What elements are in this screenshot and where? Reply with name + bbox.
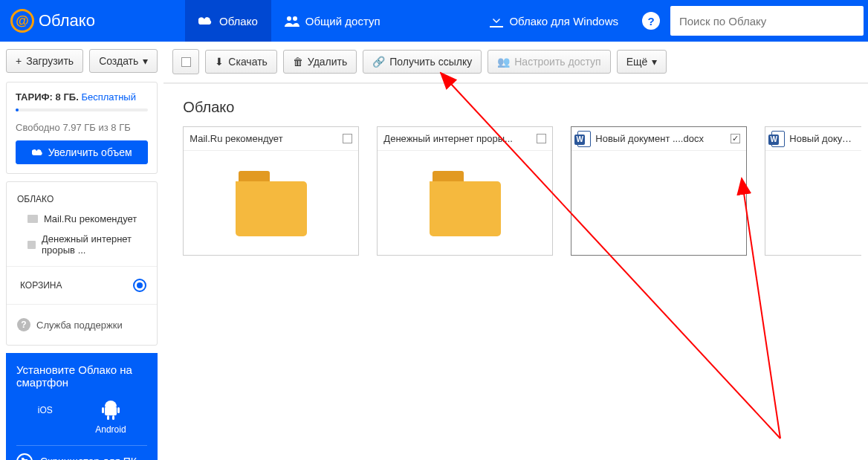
tariff-size: 8 ГБ.: [56, 91, 79, 103]
file-grid: Mail.Ru рекомендует Денежный интернет пр…: [163, 126, 868, 256]
people-icon: [285, 15, 299, 27]
word-file-icon: [577, 131, 591, 147]
sidebar-folder-item[interactable]: Mail.Ru рекомендует: [14, 209, 149, 229]
folder-icon: [430, 171, 501, 236]
section-cloud-label: ОБЛАКО: [14, 194, 149, 204]
storage-free-text: Свободно 7.97 ГБ из 8 ГБ: [16, 122, 148, 133]
svg-rect-8: [112, 415, 114, 420]
support-label: Служба поддержки: [36, 320, 123, 331]
upload-label: Загрузить: [26, 55, 74, 67]
promo-ios[interactable]: iOS: [38, 401, 53, 435]
cloud-icon: [32, 148, 44, 157]
word-file-icon: [771, 131, 785, 147]
mailru-at-icon: @: [10, 9, 34, 33]
sidebar: + Загрузить Создать ▾ ТАРИФ: 8 ГБ. Беспл…: [0, 42, 163, 460]
promo-android[interactable]: Android: [95, 401, 126, 435]
logo[interactable]: @ Облако: [0, 9, 185, 33]
promo-title: Установите Облако на смартфон: [16, 363, 147, 389]
folder-icon: [27, 215, 38, 223]
delete-label: Удалить: [308, 56, 347, 68]
create-button[interactable]: Создать ▾: [89, 49, 158, 73]
breadcrumb[interactable]: Облако: [163, 83, 868, 126]
nav-download-label: Облако для Windows: [509, 15, 618, 27]
svg-rect-5: [102, 407, 104, 413]
download-icon: [490, 14, 503, 27]
upload-button[interactable]: + Загрузить: [6, 49, 83, 73]
file-card-folder[interactable]: Mail.Ru рекомендует: [183, 126, 359, 256]
android-icon: [102, 401, 120, 420]
cloud-icon: [198, 16, 213, 26]
download-button[interactable]: ⬇ Скачать: [205, 50, 277, 74]
main-area: ⬇ Скачать 🗑 Удалить 🔗 Получить ссылку 👥 …: [163, 42, 868, 460]
tariff-plan-link[interactable]: Бесплатный: [81, 91, 136, 103]
download-label: Скачать: [228, 56, 268, 68]
help-icon: ?: [17, 318, 30, 331]
help-button[interactable]: ?: [642, 12, 660, 30]
camera-icon: [16, 453, 33, 460]
share-access-button[interactable]: 👥 Настроить доступ: [488, 50, 610, 74]
logo-text: Облако: [39, 11, 95, 30]
promo-android-label: Android: [95, 424, 126, 435]
nav-tab-label: Облако: [219, 15, 258, 27]
caret-down-icon: ▾: [143, 55, 148, 67]
svg-rect-7: [107, 415, 109, 420]
nav-tab-shared[interactable]: Общий доступ: [271, 0, 394, 42]
plus-icon: +: [16, 55, 22, 67]
svg-point-0: [287, 16, 291, 21]
file-checkbox[interactable]: [537, 134, 546, 143]
header-bar: @ Облако Облако Общий доступ Облако для …: [0, 0, 868, 42]
file-card-document[interactable]: Новый докумен: [765, 126, 861, 256]
getlink-label: Получить ссылку: [389, 56, 472, 68]
folder-icon: [236, 171, 307, 236]
svg-point-1: [293, 16, 297, 21]
section-trash-label[interactable]: КОРЗИНА: [17, 280, 62, 291]
more-label: Ещё: [626, 56, 648, 68]
file-title: Mail.Ru рекомендует: [190, 133, 338, 144]
nav-tab-cloud[interactable]: Облако: [185, 0, 271, 42]
file-title: Новый документ ....docx: [595, 133, 726, 144]
download-icon: ⬇: [215, 56, 224, 68]
tariff-label: ТАРИФ:: [16, 91, 53, 103]
file-title: Денежный интернет проры...: [383, 133, 532, 144]
search-input[interactable]: [670, 6, 864, 36]
main-toolbar: ⬇ Скачать 🗑 Удалить 🔗 Получить ссылку 👥 …: [163, 42, 868, 82]
share-label: Настроить доступ: [514, 56, 600, 68]
mobile-promo-panel: Установите Облако на смартфон iOS Androi…: [6, 353, 158, 460]
people-icon: 👥: [497, 56, 510, 68]
file-title: Новый докумен: [789, 133, 855, 144]
file-checkbox[interactable]: [343, 134, 352, 143]
svg-rect-2: [105, 406, 117, 415]
file-card-document[interactable]: Новый документ ....docx: [571, 126, 747, 256]
svg-point-9: [17, 454, 32, 460]
folder-icon: [27, 241, 36, 249]
delete-button[interactable]: 🗑 Удалить: [283, 50, 357, 74]
expand-storage-button[interactable]: Увеличить объем: [16, 140, 148, 164]
tariff-panel: ТАРИФ: 8 ГБ. Бесплатный Свободно 7.97 ГБ…: [6, 82, 158, 174]
promo-ios-label: iOS: [38, 405, 53, 415]
nav-tab-label: Общий доступ: [305, 15, 380, 27]
select-all-checkbox[interactable]: [172, 49, 199, 74]
link-icon: 🔗: [372, 56, 385, 68]
promo-screenshot-tool[interactable]: Скриншотер для ПК: [16, 453, 147, 460]
caret-down-icon: ▾: [652, 56, 657, 68]
tree-label: Денежный интернет прорыв ...: [42, 233, 149, 256]
tree-label: Mail.Ru рекомендует: [44, 213, 137, 224]
trash-icon: 🗑: [293, 56, 303, 68]
file-card-folder[interactable]: Денежный интернет проры...: [377, 126, 553, 256]
promo-footer-label: Скриншотер для ПК: [40, 456, 137, 460]
create-label: Создать: [99, 55, 138, 67]
get-link-button[interactable]: 🔗 Получить ссылку: [363, 50, 482, 74]
expand-storage-label: Увеличить объем: [48, 146, 132, 158]
svg-rect-6: [117, 407, 120, 413]
radio-selected-icon[interactable]: [133, 279, 146, 292]
more-button[interactable]: Ещё ▾: [617, 50, 667, 74]
file-checkbox[interactable]: [731, 134, 740, 143]
sidebar-folder-item[interactable]: Денежный интернет прорыв ...: [14, 229, 149, 260]
support-link[interactable]: ? Служба поддержки: [14, 311, 149, 339]
nav-download-app[interactable]: Облако для Windows: [476, 0, 632, 42]
